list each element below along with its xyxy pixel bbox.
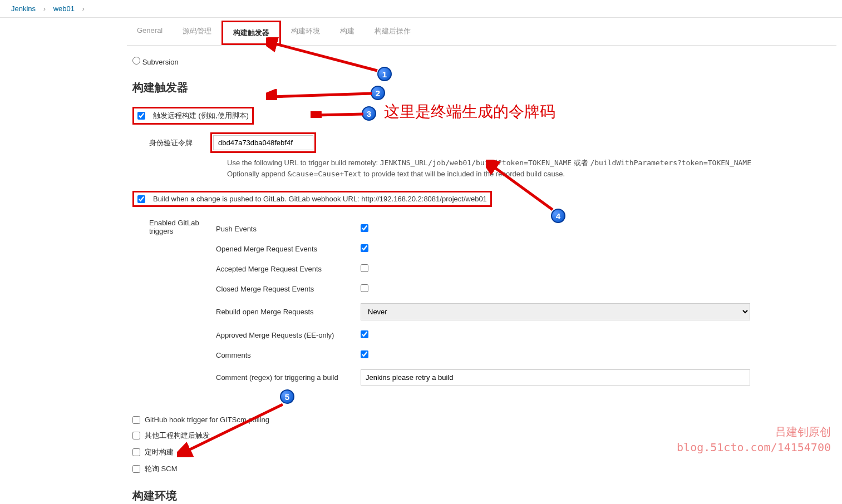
trigger-comment-regex-input[interactable] — [361, 369, 750, 386]
trigger-push-label: Push Events — [216, 225, 361, 233]
trigger-comment-regex-label: Comment (regex) for triggering a build — [216, 373, 361, 382]
tab-scm[interactable]: 源码管理 — [173, 21, 221, 45]
gitlab-triggers-label: Enabled GitLab triggers — [132, 219, 216, 390]
trigger-closed-mr-label: Closed Merge Request Events — [216, 285, 361, 293]
tab-general[interactable]: General — [127, 21, 173, 45]
scm-subversion-label: Subversion — [142, 58, 179, 66]
token-label: 身份验证令牌 — [132, 138, 210, 148]
tab-post[interactable]: 构建后操作 — [365, 21, 421, 45]
trigger-comments-checkbox[interactable] — [361, 350, 368, 358]
section-env-title: 构建环境 — [132, 488, 831, 503]
trigger-accepted-mr-label: Accepted Merge Request Events — [216, 265, 361, 273]
help-text-url: JENKINS_URL/job/web01/build?token=TOKEN_… — [380, 159, 572, 167]
breadcrumb-item[interactable]: web01 — [53, 4, 75, 13]
help-text-url2: /buildWithParameters?token=TOKEN_NAME — [590, 159, 751, 167]
other-proj-label: 其他工程构建后触发 — [145, 431, 210, 441]
breadcrumb: Jenkins › web01 › — [0, 0, 842, 18]
help-text-prefix: Use the following URL to trigger build r… — [227, 159, 380, 167]
cron-label: 定时构建 — [145, 447, 174, 457]
token-input[interactable] — [213, 135, 313, 150]
trigger-push-checkbox[interactable] — [361, 224, 368, 232]
tab-triggers[interactable]: 构建触发器 — [221, 21, 281, 45]
help-text-suffix: to provide text that will be included in… — [361, 170, 565, 178]
sidebar — [0, 18, 121, 504]
scm-subversion-row: Subversion — [132, 54, 831, 69]
github-hook-label: GitHub hook trigger for GITScm polling — [145, 416, 269, 424]
token-help-cause: Optionally append &cause=Cause+Text to p… — [132, 169, 831, 180]
trigger-opened-mr-label: Opened Merge Request Events — [216, 245, 361, 253]
tab-env[interactable]: 构建环境 — [281, 21, 330, 45]
poll-scm-label: 轮询 SCM — [145, 464, 178, 474]
breadcrumb-sep: › — [43, 4, 46, 13]
remote-trigger-checkbox[interactable] — [137, 112, 145, 120]
main-content: General 源码管理 构建触发器 构建环境 构建 构建后操作 Subvers… — [121, 18, 842, 504]
trigger-rebuild-label: Rebuild open Merge Requests — [216, 308, 361, 316]
config-tabs: General 源码管理 构建触发器 构建环境 构建 构建后操作 — [127, 21, 836, 46]
trigger-comments-label: Comments — [216, 351, 361, 359]
breadcrumb-root[interactable]: Jenkins — [11, 4, 36, 13]
gitlab-trigger-label: Build when a change is pushed to GitLab.… — [153, 195, 487, 203]
scm-subversion-radio[interactable] — [132, 57, 140, 65]
help-text-code: &cause=Cause+Text — [287, 170, 361, 178]
help-text-prefix2: Optionally append — [227, 170, 287, 178]
breadcrumb-sep: › — [82, 4, 85, 13]
gitlab-trigger-checkbox[interactable] — [137, 195, 145, 203]
tab-build[interactable]: 构建 — [330, 21, 365, 45]
trigger-approved-checkbox[interactable] — [361, 330, 368, 338]
other-proj-checkbox[interactable] — [132, 432, 140, 439]
trigger-opened-mr-checkbox[interactable] — [361, 244, 368, 252]
github-hook-checkbox[interactable] — [132, 416, 140, 424]
section-triggers-title: 构建触发器 — [132, 80, 831, 95]
trigger-approved-label: Approved Merge Requests (EE-only) — [216, 331, 361, 339]
trigger-closed-mr-checkbox[interactable] — [361, 284, 368, 292]
cron-checkbox[interactable] — [132, 448, 140, 456]
trigger-accepted-mr-checkbox[interactable] — [361, 264, 368, 272]
trigger-rebuild-select[interactable]: Never — [361, 303, 750, 320]
remote-trigger-label: 触发远程构建 (例如,使用脚本) — [153, 111, 249, 121]
help-text-or: 或者 — [572, 159, 590, 167]
token-help-url: Use the following URL to trigger build r… — [132, 157, 831, 169]
poll-scm-checkbox[interactable] — [132, 465, 140, 473]
